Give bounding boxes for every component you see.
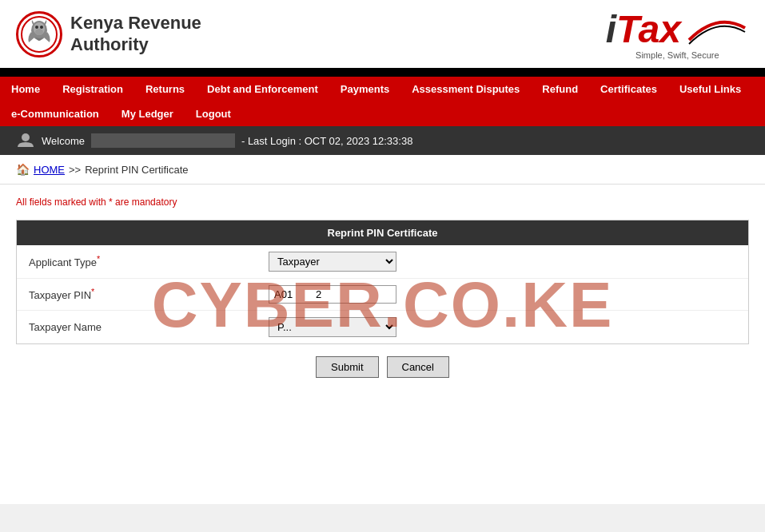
required-notice: All fields marked with * are mandatory	[16, 197, 749, 208]
itax-logo: iTax Simple, Swift, Secure	[606, 8, 749, 60]
nav-returns[interactable]: Returns	[134, 77, 196, 101]
taxpayer-name-row: Taxpayer Name P...	[17, 311, 748, 343]
svg-point-5	[35, 29, 43, 35]
nav-registration[interactable]: Registration	[51, 77, 134, 101]
form-body: Applicant Type* Taxpayer Tax Agent Compa…	[17, 245, 748, 343]
kra-logo-icon	[16, 11, 62, 58]
taxpayer-pin-row: Taxpayer PIN*	[17, 279, 748, 311]
welcome-bar: Welcome - Last Login : OCT 02, 2023 12:3…	[0, 126, 765, 155]
kra-logo: Kenya Revenue Authority	[16, 11, 201, 58]
svg-point-6	[22, 133, 30, 141]
applicant-type-row: Applicant Type* Taxpayer Tax Agent Compa…	[17, 245, 748, 279]
svg-point-3	[35, 26, 38, 29]
taxpayer-pin-input[interactable]	[269, 285, 396, 304]
home-icon: 🏠	[16, 163, 30, 176]
nav-home[interactable]: Home	[0, 77, 51, 101]
submit-button[interactable]: Submit	[316, 356, 378, 378]
form-buttons: Submit Cancel	[16, 344, 749, 390]
svg-point-4	[40, 26, 43, 29]
taxpayer-name-select[interactable]: P...	[269, 317, 396, 337]
breadcrumb-separator: >>	[69, 164, 81, 176]
breadcrumb-home[interactable]: HOME	[34, 164, 65, 176]
breadcrumb-current: Reprint PIN Certificate	[85, 164, 188, 176]
main-content: All fields marked with * are mandatory C…	[0, 185, 765, 504]
form-container: CYBER.CO.KE Reprint PIN Certificate Appl…	[16, 220, 749, 390]
nav-refund[interactable]: Refund	[531, 77, 589, 101]
nav-row-2: e-Communication My Ledger Logout	[0, 101, 765, 126]
nav-e-comm[interactable]: e-Communication	[0, 101, 110, 126]
nav-bar: Home Registration Returns Debt and Enfor…	[0, 77, 765, 126]
black-divider	[0, 70, 765, 77]
form-title: Reprint PIN Certificate	[17, 220, 748, 245]
applicant-type-label: Applicant Type*	[29, 254, 269, 268]
itax-tagline: Simple, Swift, Secure	[636, 50, 719, 60]
kra-title: Kenya Revenue Authority	[70, 13, 201, 55]
nav-payments[interactable]: Payments	[329, 77, 400, 101]
nav-debt[interactable]: Debt and Enforcement	[196, 77, 329, 101]
taxpayer-name-label: Taxpayer Name	[29, 321, 269, 333]
nav-assessment[interactable]: Assessment Disputes	[400, 77, 531, 101]
kra-name-line2: Authority	[70, 34, 201, 55]
nav-my-ledger[interactable]: My Ledger	[110, 101, 185, 126]
kra-name-line1: Kenya Revenue	[70, 13, 201, 34]
username-display	[91, 133, 235, 148]
nav-useful-links[interactable]: Useful Links	[668, 77, 752, 101]
itax-brand: Tax	[616, 8, 681, 50]
taxpayer-pin-label: Taxpayer PIN*	[29, 287, 269, 301]
nav-logout[interactable]: Logout	[185, 101, 242, 126]
applicant-type-select[interactable]: Taxpayer Tax Agent Company	[269, 252, 396, 272]
breadcrumb: 🏠 HOME >> Reprint PIN Certificate	[0, 155, 765, 185]
welcome-label: Welcome	[42, 135, 85, 147]
cancel-button[interactable]: Cancel	[387, 356, 449, 378]
last-login-text: - Last Login : OCT 02, 2023 12:33:38	[241, 135, 412, 147]
reprint-form: Reprint PIN Certificate Applicant Type* …	[16, 220, 749, 344]
page-header: Kenya Revenue Authority iTax Simple, Swi…	[0, 0, 765, 70]
nav-row-1: Home Registration Returns Debt and Enfor…	[0, 77, 765, 101]
nav-certificates[interactable]: Certificates	[589, 77, 668, 101]
user-avatar-icon	[16, 131, 35, 150]
